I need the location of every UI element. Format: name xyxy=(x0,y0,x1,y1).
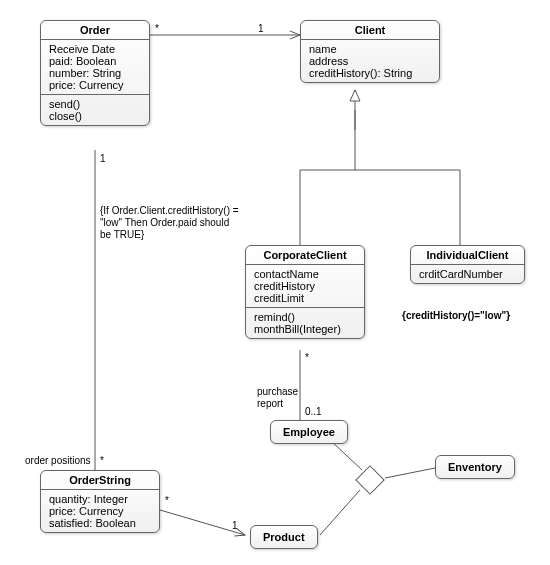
svg-line-12 xyxy=(385,468,435,478)
class-client-attrs: name address creditHistory(): String xyxy=(301,40,439,82)
class-order-title: Order xyxy=(41,21,149,40)
label-purchase-report: purchase report xyxy=(257,386,298,410)
class-corporateclient-title: CorporateClient xyxy=(246,246,364,265)
class-enventory: Enventory xyxy=(435,455,515,479)
constraint-order-note: {If Order.Client.creditHistory() = "low"… xyxy=(100,205,240,241)
op: close() xyxy=(49,110,141,122)
attr: Receive Date xyxy=(49,43,141,55)
class-employee: Employee xyxy=(270,420,348,444)
attr: creditHistory(): String xyxy=(309,67,431,79)
op: remind() xyxy=(254,311,356,323)
attr: price: Currency xyxy=(49,505,151,517)
attr: paid: Boolean xyxy=(49,55,141,67)
class-order: Order Receive Date paid: Boolean number:… xyxy=(40,20,150,126)
class-order-attrs: Receive Date paid: Boolean number: Strin… xyxy=(41,40,149,95)
class-individualclient-attrs: crditCardNumber xyxy=(411,265,524,283)
mult-order-orderstring-bottom: * xyxy=(100,455,104,466)
attr: creditLimit xyxy=(254,292,356,304)
class-corporateclient-attrs: contactName creditHistory creditLimit xyxy=(246,265,364,308)
mult-corp-emp-bottom: 0..1 xyxy=(305,406,322,417)
class-individualclient-title: IndividualClient xyxy=(411,246,524,265)
attr: crditCardNumber xyxy=(419,268,516,280)
op: send() xyxy=(49,98,141,110)
svg-rect-9 xyxy=(356,466,384,494)
mult-orderstring-product-left: * xyxy=(165,495,169,506)
class-product: Product xyxy=(250,525,318,549)
class-client-title: Client xyxy=(301,21,439,40)
class-orderstring-attrs: quantity: Integer price: Currency satisf… xyxy=(41,490,159,532)
attr: price: Currency xyxy=(49,79,141,91)
attr: contactName xyxy=(254,268,356,280)
class-client: Client name address creditHistory(): Str… xyxy=(300,20,440,83)
svg-line-11 xyxy=(320,490,360,535)
class-corporateclient-ops: remind() monthBill(Integer) xyxy=(246,308,364,338)
attr: satisfied: Boolean xyxy=(49,517,151,529)
class-individualclient: IndividualClient crditCardNumber xyxy=(410,245,525,284)
class-orderstring-title: OrderString xyxy=(41,471,159,490)
class-order-ops: send() close() xyxy=(41,95,149,125)
op: monthBill(Integer) xyxy=(254,323,356,335)
label-order-positions: order positions xyxy=(25,455,91,467)
attr: address xyxy=(309,55,431,67)
mult-order-client-right: 1 xyxy=(258,23,264,34)
attr: number: String xyxy=(49,67,141,79)
class-corporateclient: CorporateClient contactName creditHistor… xyxy=(245,245,365,339)
mult-corp-emp-top: * xyxy=(305,352,309,363)
mult-order-orderstring-top: 1 xyxy=(100,153,106,164)
attr: name xyxy=(309,43,431,55)
svg-line-10 xyxy=(330,440,362,470)
mult-order-client-left: * xyxy=(155,23,159,34)
mult-orderstring-product-right: 1 xyxy=(232,520,238,531)
constraint-credit-history: {creditHistory()="low"} xyxy=(402,310,510,322)
class-orderstring: OrderString quantity: Integer price: Cur… xyxy=(40,470,160,533)
attr: quantity: Integer xyxy=(49,493,151,505)
attr: creditHistory xyxy=(254,280,356,292)
